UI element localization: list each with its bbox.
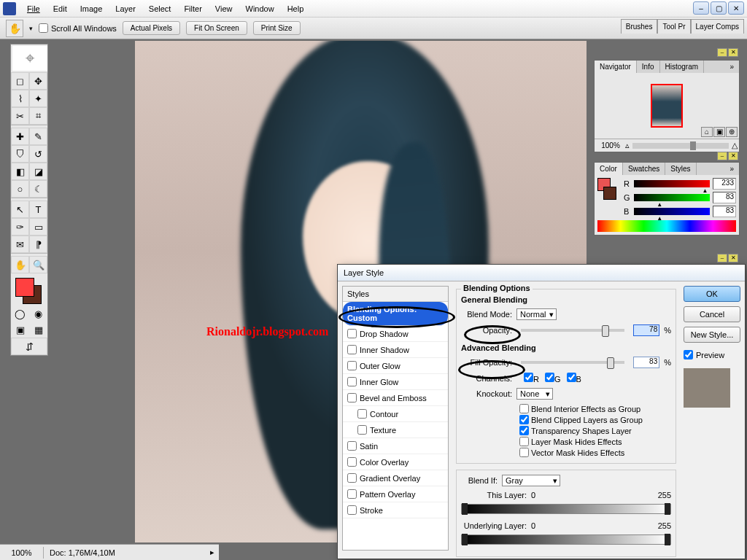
eyedropper-tool[interactable]: ⁋	[29, 236, 47, 253]
r-value[interactable]: 233	[713, 178, 736, 190]
knockout-select[interactable]: None	[516, 388, 553, 400]
cancel-button[interactable]: Cancel	[684, 306, 740, 322]
style-blending-options[interactable]: Blending Options: Custom	[343, 302, 448, 326]
print-size-button[interactable]: Print Size	[253, 21, 301, 35]
menu-edit[interactable]: Edit	[47, 1, 74, 16]
menu-view[interactable]: View	[209, 1, 239, 16]
path-tool[interactable]: ↖	[11, 201, 29, 218]
move-tool[interactable]: ✥	[29, 72, 47, 90]
style-pattern-overlay[interactable]: Pattern Overlay	[343, 486, 448, 502]
tab-styles[interactable]: Styles	[665, 163, 696, 175]
g-value[interactable]: 83	[713, 192, 736, 203]
type-tool[interactable]: T	[29, 201, 47, 218]
pen-tool[interactable]: ✑	[11, 218, 29, 236]
notes-tool[interactable]: ✉	[11, 236, 29, 253]
screenmode-std[interactable]: ▣	[11, 322, 29, 338]
opacity-value[interactable]: 78	[633, 324, 659, 336]
color-spectrum[interactable]	[597, 220, 736, 232]
tab-layercomps[interactable]: Layer Comps	[691, 19, 744, 34]
foreground-color[interactable]	[15, 278, 34, 297]
stamp-tool[interactable]: ⛉	[11, 145, 29, 163]
hand-tool[interactable]: ✋	[11, 256, 29, 273]
opacity-slider[interactable]	[521, 329, 624, 332]
menu-image[interactable]: Image	[74, 1, 109, 16]
menu-window[interactable]: Window	[239, 1, 281, 16]
style-contour[interactable]: Contour	[343, 406, 448, 422]
eraser-tool[interactable]: ◧	[11, 163, 29, 180]
slice-tool[interactable]: ⌗	[29, 107, 47, 125]
tab-navigator[interactable]: Navigator	[595, 61, 637, 73]
under-layer-slider[interactable]	[461, 534, 671, 545]
tab-brushes[interactable]: Brushes	[621, 19, 658, 34]
color-swatches[interactable]	[11, 273, 47, 306]
this-layer-slider[interactable]	[461, 504, 671, 514]
menu-filter[interactable]: Filter	[177, 1, 208, 16]
color-close[interactable]: ✕	[728, 152, 738, 160]
actual-pixels-button[interactable]: Actual Pixels	[123, 21, 180, 35]
crop-tool[interactable]: ✂	[11, 107, 29, 125]
tab-info[interactable]: Info	[637, 61, 660, 73]
style-texture[interactable]: Texture	[343, 422, 448, 438]
blur-tool[interactable]: ○	[11, 180, 29, 198]
style-stroke[interactable]: Stroke	[343, 502, 448, 518]
style-gradient-overlay[interactable]: Gradient Overlay	[343, 470, 448, 486]
opt-layermask[interactable]: Layer Mask Hides Effects	[519, 437, 671, 446]
tab-color[interactable]: Color	[595, 163, 623, 175]
jump-button[interactable]: ⇵	[11, 338, 47, 355]
opt-clipped[interactable]: Blend Clipped Layers as Group	[519, 415, 671, 424]
minimize-button[interactable]: –	[693, 1, 709, 15]
style-color-overlay[interactable]: Color Overlay	[343, 454, 448, 470]
color-bg-swatch[interactable]	[603, 187, 616, 200]
style-outer-glow[interactable]: Outer Glow	[343, 358, 448, 374]
marquee-tool[interactable]: ◻	[11, 72, 29, 90]
nav-btn-2[interactable]: ▣	[713, 127, 725, 137]
zoom-out-icon[interactable]: ▵	[625, 141, 630, 150]
tab-histogram[interactable]: Histogram	[660, 61, 705, 73]
opt-interior[interactable]: Blend Interior Effects as Group	[519, 404, 671, 413]
gradient-tool[interactable]: ◪	[29, 163, 47, 180]
close-button[interactable]: ✕	[728, 1, 744, 15]
channel-b[interactable]: B	[567, 373, 581, 384]
nav-close[interactable]: ✕	[728, 48, 738, 57]
healing-tool[interactable]: ✚	[11, 128, 29, 145]
blend-mode-select[interactable]: Normal	[516, 308, 557, 320]
channel-g[interactable]: G	[545, 373, 561, 384]
nav-btn-3[interactable]: ⊕	[726, 127, 738, 137]
color-minimize[interactable]: –	[717, 152, 727, 160]
style-satin[interactable]: Satin	[343, 438, 448, 454]
navigator-thumbnail[interactable]	[651, 84, 683, 128]
style-bevel-emboss[interactable]: Bevel and Emboss	[343, 390, 448, 406]
shape-tool[interactable]: ▭	[29, 218, 47, 236]
blendif-select[interactable]: Gray	[502, 475, 560, 486]
status-zoom[interactable]: 100%	[0, 547, 44, 559]
opt-vectormask[interactable]: Vector Mask Hides Effects	[519, 448, 671, 457]
fill-opacity-value[interactable]: 83	[633, 357, 659, 368]
channel-r[interactable]: R	[524, 373, 539, 384]
r-slider[interactable]	[634, 180, 710, 187]
style-inner-shadow[interactable]: Inner Shadow	[343, 342, 448, 358]
zoom-in-icon[interactable]: △	[732, 141, 738, 150]
fit-on-screen-button[interactable]: Fit On Screen	[186, 21, 247, 35]
menu-layer[interactable]: Layer	[109, 1, 142, 16]
maximize-button[interactable]: ▢	[711, 1, 727, 15]
b-value[interactable]: 83	[713, 206, 736, 217]
quickmask-toggle[interactable]: ◯	[11, 306, 29, 322]
g-slider[interactable]	[634, 194, 710, 201]
dodge-tool[interactable]: ☾	[29, 180, 47, 198]
new-style-button[interactable]: New Style...	[684, 327, 740, 343]
color-menu-icon[interactable]: »	[724, 163, 739, 175]
tool-dropdown[interactable]: ▾	[29, 25, 33, 32]
nav-minimize[interactable]: –	[717, 48, 727, 57]
navigator-slider[interactable]	[632, 143, 729, 149]
b-slider[interactable]	[634, 208, 710, 215]
tab-swatches[interactable]: Swatches	[623, 163, 665, 175]
fill-opacity-slider[interactable]	[521, 361, 624, 364]
hand-tool-icon[interactable]: ✋	[6, 20, 23, 37]
style-inner-glow[interactable]: Inner Glow	[343, 374, 448, 390]
extra-minimize[interactable]: –	[717, 254, 727, 262]
brush-tool[interactable]: ✎	[29, 128, 47, 145]
nav-menu-icon[interactable]: »	[724, 61, 739, 73]
ok-button[interactable]: OK	[684, 286, 740, 302]
quickmask-icon[interactable]: ◉	[29, 306, 47, 322]
menu-help[interactable]: Help	[281, 1, 311, 16]
